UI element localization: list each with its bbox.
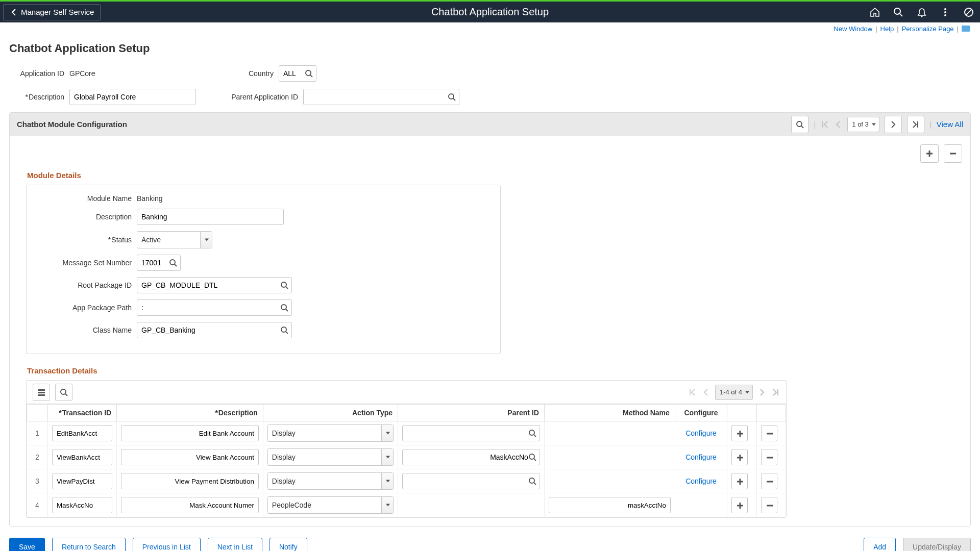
- country-field[interactable]: [279, 65, 316, 82]
- add-row-button[interactable]: [920, 144, 939, 163]
- tx-desc-input[interactable]: [121, 473, 259, 489]
- parent-id-input[interactable]: [407, 474, 528, 488]
- root-pkg-field[interactable]: [137, 277, 292, 293]
- col-parent[interactable]: Parent ID: [398, 405, 545, 421]
- tx-desc-input[interactable]: [121, 449, 259, 465]
- tx-pager[interactable]: 1-4 of 4: [715, 385, 753, 400]
- configure-link[interactable]: Configure: [679, 477, 723, 485]
- module-config-card: Chatbot Module Configuration | 1 of 3 | …: [9, 112, 971, 527]
- grid-search-button[interactable]: [791, 116, 808, 133]
- module-description-input[interactable]: [137, 209, 284, 225]
- parent-id-input[interactable]: [407, 426, 528, 440]
- row-remove-button[interactable]: [761, 473, 777, 489]
- row-remove-button[interactable]: [761, 497, 777, 513]
- row-add-button[interactable]: [731, 497, 748, 513]
- tx-id-input[interactable]: [52, 425, 112, 441]
- remove-row-button[interactable]: [944, 144, 962, 163]
- root-pkg-input[interactable]: [141, 278, 280, 292]
- parent-id-field[interactable]: [402, 473, 540, 489]
- lookup-icon[interactable]: [169, 259, 177, 267]
- search-icon[interactable]: [892, 6, 904, 18]
- col-method[interactable]: Method Name: [544, 405, 675, 421]
- tx-desc-input[interactable]: [121, 497, 259, 513]
- method-input[interactable]: [549, 497, 671, 513]
- action-type-dropdown[interactable]: Display: [267, 448, 394, 466]
- tx-id-input[interactable]: [52, 497, 112, 513]
- sublink-bar: New Window | Help | Personalize Page |: [0, 22, 980, 35]
- add-button[interactable]: Add: [864, 538, 896, 551]
- page-title: Chatbot Application Setup: [9, 42, 971, 55]
- row-add-button[interactable]: [731, 425, 748, 441]
- parent-app-field[interactable]: [303, 89, 459, 105]
- grid-settings-button[interactable]: [33, 384, 50, 401]
- module-pager[interactable]: 1 of 3: [847, 117, 879, 132]
- col-configure[interactable]: Configure: [675, 405, 727, 421]
- lookup-icon[interactable]: [280, 281, 288, 289]
- grid-find-button[interactable]: [55, 384, 72, 401]
- module-details-heading: Module Details: [27, 171, 970, 180]
- view-all-link[interactable]: View All: [937, 120, 963, 129]
- notify-button[interactable]: Notify: [270, 538, 307, 551]
- row-remove-button[interactable]: [761, 449, 777, 465]
- previous-button[interactable]: Previous in List: [133, 538, 201, 551]
- app-pkg-input[interactable]: [141, 300, 280, 315]
- separator: |: [929, 120, 932, 129]
- new-window-link[interactable]: New Window: [834, 25, 872, 33]
- msg-set-field[interactable]: [137, 255, 181, 271]
- description-input[interactable]: [69, 89, 196, 105]
- configure-link[interactable]: Configure: [679, 429, 723, 437]
- lookup-icon[interactable]: [528, 477, 536, 485]
- class-name-field[interactable]: [137, 322, 292, 338]
- parent-id-field[interactable]: [402, 449, 540, 465]
- personalize-link[interactable]: Personalize Page: [902, 25, 954, 33]
- lookup-icon[interactable]: [280, 326, 288, 334]
- app-pkg-field[interactable]: [137, 299, 292, 316]
- action-type-dropdown[interactable]: Display: [267, 472, 394, 490]
- col-add: [727, 405, 756, 421]
- parent-id-input[interactable]: [407, 450, 528, 464]
- parent-app-input[interactable]: [308, 90, 448, 104]
- table-row: 3 Display Configure: [27, 469, 786, 493]
- table-row: 1 Display Configure: [27, 421, 786, 445]
- col-action[interactable]: Action Type: [263, 405, 398, 421]
- page-header-title: Chatbot Application Setup: [431, 6, 549, 18]
- tx-id-input[interactable]: [52, 449, 112, 465]
- parent-id-field[interactable]: [402, 425, 540, 441]
- lookup-icon[interactable]: [280, 304, 288, 312]
- disable-icon[interactable]: [963, 6, 975, 18]
- row-add-button[interactable]: [731, 449, 748, 465]
- lookup-icon[interactable]: [305, 69, 313, 78]
- lookup-icon[interactable]: [528, 429, 536, 437]
- country-input[interactable]: [283, 66, 305, 81]
- return-button[interactable]: Return to Search: [52, 538, 126, 551]
- status-dropdown[interactable]: Active: [137, 231, 212, 248]
- tx-id-input[interactable]: [52, 473, 112, 489]
- next-button[interactable]: Next in List: [208, 538, 262, 551]
- lookup-icon[interactable]: [528, 453, 536, 461]
- action-type-dropdown[interactable]: Display: [267, 424, 394, 442]
- separator: |: [897, 25, 898, 33]
- col-desc[interactable]: Description: [117, 405, 263, 421]
- help-link[interactable]: Help: [880, 25, 894, 33]
- class-name-input[interactable]: [141, 323, 280, 337]
- tx-desc-input[interactable]: [121, 425, 259, 441]
- window-icon[interactable]: [962, 26, 970, 32]
- col-tx-id[interactable]: Transaction ID: [47, 405, 116, 421]
- lookup-icon[interactable]: [448, 93, 456, 101]
- kebab-icon[interactable]: [939, 6, 951, 18]
- back-button[interactable]: Manager Self Service: [3, 4, 101, 20]
- module-config-header: Chatbot Module Configuration | 1 of 3 | …: [10, 113, 970, 136]
- bell-icon[interactable]: [916, 6, 928, 18]
- configure-link[interactable]: Configure: [679, 453, 723, 461]
- last-page-button[interactable]: [907, 116, 924, 133]
- save-button[interactable]: Save: [9, 538, 45, 551]
- home-icon[interactable]: [869, 6, 881, 18]
- msg-set-input[interactable]: [141, 256, 169, 270]
- root-pkg-label: Root Package ID: [35, 281, 132, 289]
- chevron-left-icon: [10, 8, 18, 17]
- action-type-dropdown[interactable]: PeopleCode: [267, 496, 394, 514]
- row-add-button[interactable]: [731, 473, 748, 489]
- row-remove-button[interactable]: [761, 425, 777, 441]
- module-name-label: Module Name: [35, 194, 132, 203]
- next-page-button[interactable]: [885, 116, 902, 133]
